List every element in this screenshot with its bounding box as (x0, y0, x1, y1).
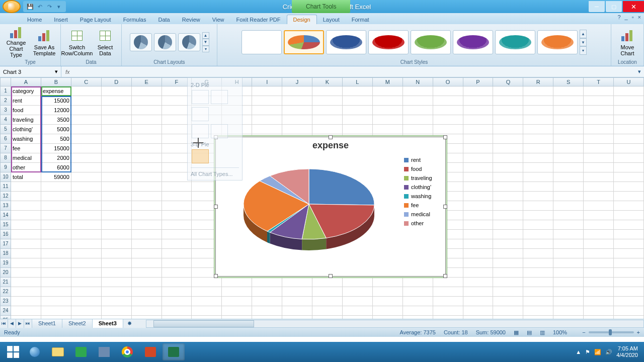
cell[interactable] (41, 192, 71, 201)
resize-handle[interactable] (443, 135, 447, 139)
cell[interactable] (523, 239, 553, 249)
cell[interactable] (493, 220, 523, 230)
resize-handle[interactable] (214, 274, 218, 278)
cell[interactable] (343, 125, 373, 134)
column-header[interactable]: Q (493, 77, 523, 86)
cell[interactable] (41, 278, 71, 287)
cell[interactable] (252, 106, 282, 115)
cell[interactable] (523, 278, 553, 287)
cell[interactable] (282, 316, 312, 319)
cell[interactable] (403, 115, 433, 125)
cell[interactable] (162, 239, 192, 249)
cell[interactable] (584, 201, 614, 211)
legend-item[interactable]: fee (404, 202, 443, 208)
cell[interactable] (584, 134, 614, 144)
cell[interactable] (343, 316, 373, 319)
cell[interactable] (523, 172, 553, 182)
cell[interactable] (584, 153, 614, 163)
cell[interactable] (553, 316, 584, 319)
cell[interactable] (162, 306, 192, 316)
cell[interactable] (373, 115, 403, 125)
cell[interactable] (553, 278, 584, 287)
cell[interactable] (252, 96, 282, 106)
legend-item[interactable]: rent (404, 157, 443, 163)
view-normal-icon[interactable]: ▦ (514, 329, 519, 336)
column-header[interactable]: I (252, 77, 282, 86)
chart-style-option[interactable] (495, 30, 535, 54)
cell[interactable] (433, 106, 463, 115)
tray-flag-icon[interactable]: ⚑ (585, 349, 590, 355)
chart-style-option[interactable] (284, 30, 324, 54)
cell[interactable] (614, 96, 644, 106)
sheet-nav-last-icon[interactable]: ⏭ (24, 319, 32, 328)
cell[interactable] (433, 287, 463, 297)
tab-data[interactable]: Data (152, 15, 176, 24)
cell[interactable] (132, 230, 162, 239)
cell[interactable] (11, 211, 41, 220)
column-header[interactable]: G (192, 77, 222, 86)
cell[interactable] (493, 192, 523, 201)
chart-layout-option[interactable] (154, 33, 176, 51)
cell[interactable] (11, 258, 41, 268)
cell[interactable] (403, 106, 433, 115)
cell[interactable]: 3500 (41, 115, 71, 125)
cell[interactable] (493, 211, 523, 220)
cell[interactable] (614, 287, 644, 297)
cell[interactable] (102, 96, 132, 106)
cell[interactable] (102, 306, 132, 316)
cell[interactable] (584, 192, 614, 201)
cell[interactable] (343, 278, 373, 287)
chart-style-option[interactable] (411, 30, 451, 54)
cell[interactable]: food (11, 106, 41, 115)
sheet-tab[interactable]: Sheet1 (32, 319, 62, 328)
cell[interactable] (102, 211, 132, 220)
cell[interactable] (282, 96, 312, 106)
cell[interactable]: 500 (41, 134, 71, 144)
cell[interactable] (553, 163, 584, 172)
cell[interactable] (614, 316, 644, 319)
move-chart-button[interactable]: Move Chart (614, 26, 640, 58)
cell[interactable] (192, 96, 222, 106)
cell[interactable] (584, 211, 614, 220)
help-icon[interactable]: ? (617, 14, 620, 20)
row-header[interactable]: 7 (0, 144, 11, 153)
cell[interactable] (102, 106, 132, 115)
cell[interactable] (162, 115, 192, 125)
cell[interactable] (584, 106, 614, 115)
cell[interactable] (132, 258, 162, 268)
ribbon-minimize-icon[interactable]: _ (625, 14, 628, 20)
cell[interactable] (282, 287, 312, 297)
cell[interactable] (132, 211, 162, 220)
cell[interactable] (523, 201, 553, 211)
cell[interactable]: expense (41, 86, 71, 96)
cell[interactable] (493, 201, 523, 211)
cell[interactable] (132, 249, 162, 258)
cell[interactable] (102, 297, 132, 306)
cell[interactable] (463, 220, 494, 230)
cell[interactable] (493, 172, 523, 182)
cell[interactable] (41, 306, 71, 316)
row-header[interactable]: 23 (0, 297, 11, 306)
cell[interactable] (493, 182, 523, 192)
cell[interactable] (132, 192, 162, 201)
cell[interactable] (343, 297, 373, 306)
cell[interactable] (523, 316, 553, 319)
cell[interactable] (584, 239, 614, 249)
tab-review[interactable]: Review (176, 15, 206, 24)
cell[interactable] (463, 96, 494, 106)
row-header[interactable]: 1 (0, 86, 11, 96)
redo-icon[interactable]: ↷ (45, 3, 53, 11)
cell[interactable] (463, 239, 494, 249)
cell[interactable] (584, 306, 614, 316)
tab-page-layout[interactable]: Page Layout (74, 15, 117, 24)
cell[interactable] (343, 115, 373, 125)
cell[interactable] (11, 239, 41, 249)
cell[interactable] (463, 172, 494, 182)
cell[interactable] (463, 134, 494, 144)
taskbar-powerpoint-icon[interactable] (139, 343, 162, 360)
cell[interactable] (312, 125, 343, 134)
cell[interactable] (282, 106, 312, 115)
cell[interactable]: clothing' (11, 125, 41, 134)
column-header[interactable]: O (433, 77, 463, 86)
cell[interactable] (71, 163, 102, 172)
